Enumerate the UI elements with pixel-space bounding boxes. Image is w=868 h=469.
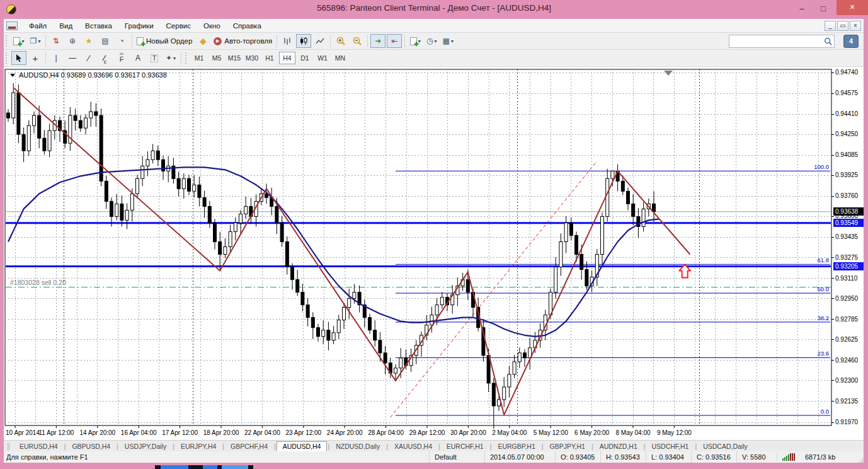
menu-item-service[interactable]: Сервис: [160, 22, 197, 30]
candle: [575, 235, 578, 254]
arrows-tool-button[interactable]: ✦▾: [163, 51, 178, 65]
new-chart-button[interactable]: ✚▾: [11, 34, 26, 48]
trendline-tool-button[interactable]: ∕: [81, 51, 96, 65]
zoom-in-button[interactable]: [333, 34, 348, 48]
timeframe-W1[interactable]: W1: [314, 52, 331, 64]
timeframe-H4[interactable]: H4: [279, 52, 295, 64]
templates-button[interactable]: ▦▾: [440, 34, 455, 48]
mdi-restore-button[interactable]: ▭: [837, 21, 848, 31]
candle: [601, 216, 604, 254]
metaeditor-button[interactable]: ◆: [195, 34, 210, 48]
mdi-close-button[interactable]: ×: [850, 21, 861, 31]
market-watch-button[interactable]: ⇅: [49, 34, 64, 48]
search-input[interactable]: [729, 36, 824, 47]
timeframe-H1[interactable]: H1: [261, 52, 278, 64]
templates-icon: ▦: [443, 37, 450, 45]
new-order-button[interactable]: ✚ Новый Ордер: [135, 34, 194, 48]
strategy-tester-button[interactable]: ◔: [114, 34, 129, 48]
tab-separator: |: [591, 443, 593, 450]
cursor-icon: [15, 54, 23, 62]
chart-tab-nzdusddaily[interactable]: NZDUSD,Daily: [330, 442, 385, 451]
autotrading-button[interactable]: ▶ Авто-торговля: [212, 34, 274, 48]
search-icon[interactable]: [824, 37, 833, 47]
chart-shift-button[interactable]: ⇤: [387, 34, 402, 48]
crosshair-tool-button[interactable]: +: [28, 51, 43, 65]
menu-item-file[interactable]: Файл: [23, 22, 53, 30]
cursor-tool-button[interactable]: [11, 51, 26, 65]
time-tick-label: 29 Apr 12:00: [409, 429, 445, 436]
timeframe-M30[interactable]: M30: [244, 52, 260, 64]
timeframe-D1[interactable]: D1: [297, 52, 313, 64]
price-tick-label: 0.94410: [835, 110, 864, 117]
chart-canvas[interactable]: 10 Apr 201411 Apr 12:0014 Apr 20:0016 Ap…: [4, 67, 864, 440]
time-tick-label: 10 Apr 2014: [6, 429, 40, 436]
menu-item-help[interactable]: Справка: [227, 22, 268, 30]
candle: [22, 134, 25, 151]
zoom-out-button[interactable]: [350, 34, 365, 48]
chart-tab-eurgbph1[interactable]: EURGBP,H1: [492, 442, 540, 451]
zoom-in-icon: [336, 37, 346, 46]
mdi-minimize-button[interactable]: _: [825, 21, 836, 31]
status-volume: V: 5580: [736, 451, 777, 463]
autotrading-icon: ▶: [214, 37, 222, 45]
zoom-out-icon: [353, 37, 362, 46]
chart-tab-audnzdh1[interactable]: AUDNZD,H1: [594, 442, 643, 451]
chart-tab-gbpchfh4[interactable]: GBPCHF,H4: [225, 442, 273, 451]
chart-tab-usdjpydaily[interactable]: USDJPY,Daily: [119, 442, 172, 451]
candle: [296, 280, 299, 292]
chart-tab-xauusdh4[interactable]: XAUUSD,H4: [389, 442, 438, 451]
new-order-icon: ✚: [137, 37, 144, 45]
candlestick-chart-button[interactable]: [296, 34, 311, 48]
chart-tab-usdchfh1[interactable]: USDCHF,H1: [646, 442, 694, 451]
timeframe-M1[interactable]: M1: [191, 52, 207, 64]
data-window-button[interactable]: ⊕: [65, 34, 80, 48]
chart-shift-icon: ⇤: [391, 37, 397, 45]
chart-tab-gbpusdh4[interactable]: GBPUSD,H4: [66, 442, 116, 451]
status-open: O: 0.93405: [555, 451, 600, 463]
price-chart[interactable]: 10 Apr 201411 Apr 12:0014 Apr 20:0016 Ap…: [0, 67, 868, 440]
autoscroll-button[interactable]: ➜: [370, 34, 385, 48]
vertical-line-tool-button[interactable]: |: [49, 51, 64, 65]
menu-item-view[interactable]: Вид: [53, 22, 79, 30]
fibonacci-tool-button[interactable]: F: [114, 51, 129, 65]
periods-button[interactable]: ◷▾: [424, 34, 439, 48]
chart-tab-usdcaddaily[interactable]: USDCAD,Daily: [697, 442, 753, 451]
navigator-button[interactable]: ★: [81, 34, 96, 48]
channel-tool-button[interactable]: ∕∕E: [98, 51, 113, 65]
community-notifications-button[interactable]: 4: [843, 35, 859, 48]
chart-tab-audusdh4[interactable]: AUDUSD,H4: [277, 441, 328, 451]
candle: [94, 112, 98, 115]
candle: [317, 328, 320, 337]
line-chart-button[interactable]: [312, 34, 328, 48]
maximize-window-button[interactable]: □: [814, 3, 833, 15]
timeframe-M15[interactable]: M15: [226, 52, 243, 64]
chart-tab-gbpjpyh1[interactable]: GBPJPY,H1: [544, 442, 591, 451]
title-bar[interactable]: 565896: Panteon Client Terminal - Демо С…: [0, 0, 868, 19]
status-profile[interactable]: Default: [429, 451, 484, 463]
timeframe-M5[interactable]: M5: [208, 52, 225, 64]
tab-separator: |: [274, 443, 276, 450]
chart-frame: [5, 69, 831, 426]
close-window-button[interactable]: ×: [837, 0, 868, 15]
profiles-button[interactable]: ❐▾: [28, 34, 43, 48]
terminal-button[interactable]: ▤: [98, 34, 113, 48]
bar-chart-icon: [283, 37, 292, 45]
timeframe-MN[interactable]: MN: [332, 52, 348, 64]
chart-tab-eurchfh1[interactable]: EURCHF,H1: [441, 442, 489, 451]
minimize-window-button[interactable]: –: [792, 3, 811, 15]
price-tick-label: 0.93760: [835, 192, 864, 199]
chart-tab-eurusdh4[interactable]: EURUSD,H4: [14, 442, 64, 451]
candle: [229, 231, 232, 246]
time-tick-label: 28 Apr 04:00: [368, 429, 404, 436]
menu-item-insert[interactable]: Вставка: [79, 22, 118, 30]
candle: [27, 125, 30, 151]
text-tool-button[interactable]: A: [130, 51, 146, 65]
candle: [280, 223, 283, 241]
horizontal-line-tool-button[interactable]: —: [65, 51, 80, 65]
chart-tab-eurjpyh4[interactable]: EURJPY,H4: [175, 442, 222, 451]
menu-item-window[interactable]: Окно: [197, 22, 227, 30]
menu-item-charts[interactable]: Графики: [118, 22, 160, 30]
bar-chart-button[interactable]: [280, 34, 295, 48]
label-tool-button[interactable]: T: [147, 51, 162, 65]
indicators-button[interactable]: ✚▾: [408, 34, 423, 48]
